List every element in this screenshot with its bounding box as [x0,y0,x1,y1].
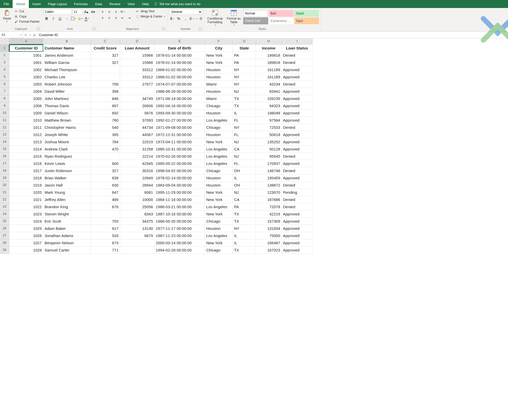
cell-A8[interactable]: 1005 [9,95,43,102]
cell-C25[interactable]: 755 [91,218,120,225]
cell-D25[interactable]: 34375 [120,218,154,225]
cell-H11[interactable]: 97584 [256,117,282,124]
header-cell-G1[interactable]: State [233,45,256,52]
cell-B11[interactable]: Matthew Brown [43,117,91,124]
header-cell-H1[interactable]: Income [256,45,282,52]
underline-button[interactable]: U [57,16,63,21]
cell-F8[interactable]: Miami [205,95,233,102]
cell-I17[interactable]: Approved [282,160,313,167]
cell-B23[interactable]: Brandon King [43,203,91,211]
cell-I8[interactable]: Approved [282,95,313,102]
col-header-I[interactable]: I [282,38,313,45]
cell-F4[interactable]: Houston [205,66,233,73]
cell-H7[interactable]: 83441 [256,88,282,95]
cell-C15[interactable]: 470 [91,146,120,153]
cell-E11[interactable]: 1992-01-27 00:00:00 [154,117,205,124]
fx-icon[interactable]: fx [33,33,36,37]
cell-I4[interactable]: Approved [282,66,313,73]
cell-H16[interactable]: 95545 [256,153,282,160]
font-color-button[interactable]: A [84,16,90,21]
cell-H5[interactable]: 161189 [256,73,282,81]
row-header-4[interactable]: 4 [0,66,9,73]
copy-button[interactable]: ⧉Copy [14,14,40,19]
font-name-combo[interactable] [44,9,72,15]
cancel-formula-icon[interactable]: ✕ [24,33,27,37]
cell-G20[interactable]: OH [233,182,256,189]
cell-G8[interactable]: TX [233,95,256,102]
cell-H23[interactable]: 72078 [256,203,282,211]
cell-D17[interactable]: 42945 [120,160,154,167]
cell-D28[interactable] [120,239,154,247]
cell-B19[interactable]: Brian Walker [43,174,91,182]
cell-H22[interactable]: 187686 [256,196,282,203]
cell-F21[interactable]: New York [205,189,233,196]
select-all-corner[interactable] [0,38,9,45]
cell-A15[interactable]: 1014 [9,146,43,153]
cell-B29[interactable]: Samuel Carter [43,247,91,254]
cell-A21[interactable]: 1020 [9,189,43,196]
cell-F28[interactable]: New York [205,239,233,247]
cut-button[interactable]: ✂Cut [14,9,40,14]
row-header-16[interactable]: 16 [0,153,9,160]
cell-B13[interactable]: Joseph White [43,131,91,138]
cell-C16[interactable] [91,153,120,160]
cell-C19[interactable]: 639 [91,174,120,182]
cell-A12[interactable]: 1011 [9,124,43,131]
row-header-25[interactable]: 25 [0,218,9,225]
cell-D24[interactable]: 8343 [120,211,154,218]
styles-gallery[interactable]: NormalBadGoodCheck CellExplanatory …Inpu… [243,9,319,24]
cell-B21[interactable]: Mark Young [43,189,91,196]
cell-E23[interactable]: 1986-03-21 00:00:00 [154,203,205,211]
cell-E26[interactable]: 1977-11-17 00:00:00 [154,225,205,232]
cell-F2[interactable]: New York [205,52,233,59]
cell-B12[interactable]: Christopher Harris [43,124,91,131]
ribbon-tab-file[interactable]: File [0,0,13,8]
cell-E7[interactable]: 1988-06-28 00:00:00 [154,88,205,95]
row-header-5[interactable]: 5 [0,73,9,81]
cell-B9[interactable]: Thomas Davis [43,102,91,110]
row-header-12[interactable]: 12 [0,124,9,131]
cell-B24[interactable]: Steven Wright [43,211,91,218]
row-header-23[interactable]: 23 [0,203,9,211]
cell-E14[interactable]: 1973-04-11 00:00:00 [154,138,205,146]
cell-A13[interactable]: 1012 [9,131,43,138]
cell-G10[interactable]: IL [233,110,256,117]
cell-A24[interactable]: 1023 [9,211,43,218]
cell-E22[interactable]: 1984-11-16 00:00:00 [154,196,205,203]
name-box[interactable]: A1▾ [0,32,23,38]
alignment-dialog-icon[interactable]: ↘ [162,27,165,30]
cell-D23[interactable]: 25056 [120,203,154,211]
ribbon-tab-insert[interactable]: Insert [29,0,45,8]
cell-F25[interactable]: Chicago [205,218,233,225]
cell-B26[interactable]: Adam Baker [43,225,91,232]
cell-C22[interactable]: 489 [91,196,120,203]
row-header-19[interactable]: 19 [0,174,9,182]
align-center-icon[interactable]: ≡ [106,15,112,21]
cell-D27[interactable]: 6679 [120,232,154,239]
cell-G5[interactable]: NY [233,73,256,81]
col-header-A[interactable]: A [9,38,43,45]
row-header-28[interactable]: 28 [0,239,9,247]
cell-F10[interactable]: Houston [205,110,233,117]
cell-E21[interactable]: 1995-11-29 00:00:00 [154,189,205,196]
cell-A19[interactable]: 1018 [9,174,43,182]
cell-A7[interactable]: 1004 [9,88,43,95]
cell-D20[interactable]: 28944 [120,182,154,189]
header-cell-F1[interactable]: City [205,45,233,52]
format-as-table-button[interactable]: Format as Table [225,9,242,27]
cell-D3[interactable]: 15966 [120,59,154,66]
cell-G6[interactable]: NY [233,81,256,88]
cell-C8[interactable]: 846 [91,95,120,102]
format-painter-button[interactable]: 🖌Format Painter [14,19,40,24]
cell-E17[interactable]: 1985-05-22 00:00:00 [154,160,205,167]
cell-A18[interactable]: 1017 [9,167,43,174]
cell-E5[interactable]: 1968-01-02 00:00:00 [154,73,205,81]
cell-G2[interactable]: PA [233,52,256,59]
cell-H10[interactable]: 198048 [256,110,282,117]
cell-F20[interactable]: Houston [205,182,233,189]
cell-A3[interactable]: 1001 [9,59,43,66]
style-normal[interactable]: Normal [243,10,268,17]
decrease-indent-icon[interactable]: ⇤ [119,15,126,21]
cell-B15[interactable]: Andrew Clark [43,146,91,153]
cell-C5[interactable] [91,73,120,81]
